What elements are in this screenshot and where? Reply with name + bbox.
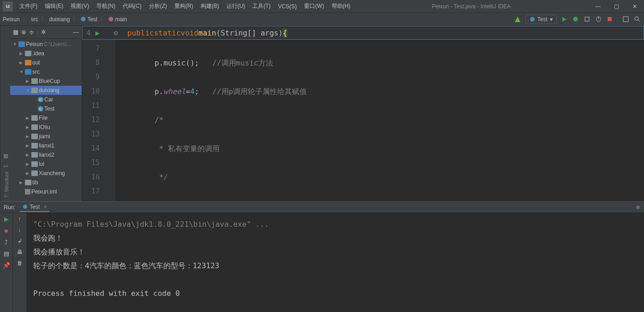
breadcrumb-item[interactable]: Peixun — [3, 16, 20, 23]
print-button[interactable]: 🖶 — [17, 249, 23, 255]
tree-node[interactable]: ▶ .idea — [10, 49, 82, 58]
tree-node[interactable]: ▶ File — [10, 113, 82, 123]
tree-node[interactable]: ▶ out — [10, 58, 82, 67]
stop-button[interactable] — [606, 16, 613, 23]
target-icon[interactable]: ⊕ — [21, 29, 26, 35]
tree-arrow-icon[interactable]: ▶ — [26, 79, 30, 83]
search-button[interactable] — [633, 15, 641, 23]
code-area[interactable]: p.music(); //调用music方法 p.wheel=4; //用p调用… — [115, 40, 644, 201]
gutter-line-no[interactable]: 9 — [84, 70, 100, 84]
trash-button[interactable]: 🗑 — [17, 260, 23, 266]
side-tab-project[interactable]: 1: 项目 — [1, 162, 9, 168]
tree-arrow-icon[interactable]: ▶ — [26, 116, 30, 120]
menu-item[interactable]: 代码(C) — [119, 0, 145, 13]
gutter-line-no[interactable]: 10 — [84, 84, 100, 99]
run-gutter-icon[interactable]: ▶ — [95, 29, 100, 37]
gutter-line-no[interactable]: 7 — [84, 41, 100, 56]
tree-node[interactable]: C Car — [10, 95, 82, 104]
tree-node[interactable]: Peixun.iml — [10, 187, 82, 196]
tree-arrow-icon[interactable]: ▶ — [26, 171, 30, 176]
gutter-line-no[interactable]: 15 — [84, 156, 100, 170]
tree-arrow-icon[interactable]: ▶ — [19, 51, 24, 56]
menu-item[interactable]: 工具(T) — [249, 0, 274, 13]
gutter-line-no[interactable]: 11 — [84, 99, 100, 113]
gutter-line-no[interactable]: 17 — [84, 184, 100, 199]
exit-button[interactable]: ⤴ — [5, 239, 8, 246]
gutter-line-no[interactable]: 12 — [84, 113, 100, 127]
tree-node[interactable]: C Test — [10, 104, 82, 113]
run-settings-icon[interactable]: ✲ — [636, 204, 640, 211]
settings-icon[interactable]: ✲ — [41, 29, 46, 35]
side-tab-structure[interactable]: 7: Structure — [1, 171, 9, 198]
tree-node[interactable]: ▼ Peixun C:\Users\... — [10, 40, 82, 49]
hide-panel-icon[interactable]: — — [73, 29, 79, 35]
tree-node[interactable]: ▶ BlueCup — [10, 77, 82, 86]
tree-arrow-icon[interactable]: ▶ — [26, 153, 30, 157]
debug-button[interactable] — [572, 15, 579, 23]
tree-arrow-icon[interactable]: ▼ — [26, 88, 30, 93]
layout-button-2[interactable]: ▤ — [4, 250, 9, 257]
menu-item[interactable]: 文件(F) — [16, 0, 41, 13]
run-tab[interactable]: Test × — [20, 203, 49, 212]
tree-arrow-icon[interactable]: ▼ — [19, 70, 24, 74]
tree-arrow-icon[interactable]: ▶ — [19, 180, 24, 185]
menu-item[interactable]: 导航(N) — [93, 0, 119, 13]
tree-node[interactable]: ▶ jiami — [10, 132, 82, 141]
class-icon — [81, 17, 86, 22]
build-icon[interactable] — [513, 15, 522, 24]
tree-node[interactable]: ▼ src — [10, 67, 82, 77]
breadcrumb-item[interactable]: duixiang — [49, 16, 70, 23]
collapse-icon[interactable]: ≑ — [29, 29, 34, 35]
down-button[interactable]: ↓ — [18, 227, 21, 233]
coverage-button[interactable] — [583, 15, 591, 23]
menu-item[interactable]: 重构(R) — [171, 0, 197, 13]
t: 4 — [190, 87, 195, 96]
gutter: 7891011121314151617 — [82, 40, 108, 201]
gutter-line-no[interactable]: 16 — [84, 170, 100, 184]
console-output[interactable]: "C:\Program Files\Java\jdk1.8.0_221\bin\… — [27, 213, 644, 312]
stop-run-button[interactable]: ■ — [5, 227, 8, 234]
breadcrumb-item[interactable]: main — [108, 16, 127, 23]
gutter-line-no[interactable]: 8 — [84, 56, 100, 70]
gutter-line-no[interactable]: 14 — [84, 141, 100, 156]
profile-button[interactable] — [595, 15, 602, 23]
tree-arrow-icon[interactable]: ▶ — [26, 125, 30, 130]
maximize-button[interactable]: ▢ — [607, 0, 626, 13]
menu-item[interactable]: 帮助(H) — [328, 0, 354, 13]
menu-item[interactable]: 窗口(W) — [300, 0, 328, 13]
breadcrumb-item[interactable]: src — [31, 16, 38, 23]
menu-item[interactable]: 分析(Z) — [145, 0, 171, 13]
breadcrumb-item[interactable]: Test — [81, 16, 97, 23]
wrap-button[interactable]: ↲ — [18, 238, 22, 244]
editor-body[interactable]: 7891011121314151617 p.music(); //调用music… — [82, 40, 644, 201]
tree-arrow-icon[interactable]: ▶ — [19, 60, 24, 65]
close-button[interactable]: ✕ — [626, 0, 644, 13]
minimize-button[interactable]: — — [589, 0, 607, 13]
menu-item[interactable]: 编辑(E) — [41, 0, 67, 13]
menu-item[interactable]: VCS(S) — [274, 0, 301, 13]
run-config-selector[interactable]: Test ▾ — [525, 15, 557, 24]
tree-node[interactable]: ▶ Xiancheng — [10, 169, 82, 178]
tree-node[interactable]: ▶ lianxi1 — [10, 141, 82, 150]
gutter-line-no[interactable]: 13 — [84, 127, 100, 141]
menu-item[interactable]: 构建(B) — [197, 0, 223, 13]
rerun-button[interactable]: ▶ — [4, 216, 9, 223]
project-view-icon[interactable]: ▦ — [13, 29, 18, 35]
tree-node[interactable]: ▶ tib — [10, 178, 82, 187]
tree-arrow-icon[interactable]: ▶ — [26, 134, 30, 139]
tree-node[interactable]: ▶ IOliu — [10, 123, 82, 132]
tree-arrow-icon[interactable]: ▶ — [26, 162, 30, 166]
pin-button[interactable]: 📌 — [3, 262, 10, 269]
tree-node[interactable]: ▶ lol — [10, 159, 82, 169]
tree-node[interactable]: ▶ lianxi2 — [10, 150, 82, 159]
tree-arrow-icon[interactable]: ▼ — [13, 42, 18, 47]
run-button[interactable] — [561, 16, 568, 23]
layout-button[interactable] — [622, 15, 630, 23]
close-tab-icon[interactable]: × — [43, 204, 47, 210]
menu-item[interactable]: 运行(U) — [223, 0, 249, 13]
menu-item[interactable]: 视图(V) — [67, 0, 93, 13]
tree-arrow-icon[interactable]: ▶ — [26, 143, 30, 148]
pkg-icon — [31, 152, 38, 158]
tree-node[interactable]: ▼ duixiang — [10, 86, 82, 95]
up-button[interactable]: ↑ — [18, 216, 21, 222]
